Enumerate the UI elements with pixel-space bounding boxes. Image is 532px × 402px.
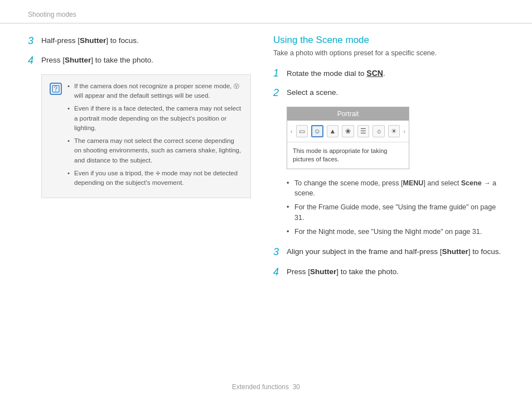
- left-step-3: 3 Half-press [Shutter] to focus.: [28, 35, 251, 47]
- left-step-4: 4 Press [Shutter] to take the photo.: [28, 54, 251, 67]
- left-step-3-num: 3: [28, 35, 38, 47]
- note-list: If the camera does not recognize a prope…: [67, 82, 243, 188]
- right-step-2-text: Select a scene.: [287, 87, 338, 98]
- right-step-2-num: 2: [273, 87, 283, 99]
- note-box: If the camera does not recognize a prope…: [41, 74, 251, 199]
- left-column: 3 Half-press [Shutter] to focus. 4 Press…: [28, 35, 251, 285]
- footer-page: 30: [293, 383, 300, 391]
- shutter-label-2: Shutter: [65, 56, 91, 64]
- scene-icon-2: ☺: [311, 125, 323, 137]
- right-step-3-text: Align your subject in the frame and half…: [287, 246, 501, 257]
- left-step-4-num: 4: [28, 54, 38, 67]
- right-step-3: 3 Align your subject in the frame and ha…: [273, 246, 504, 259]
- note-svg: [52, 85, 60, 93]
- note-item-1: If the camera does not recognize a prope…: [67, 82, 243, 101]
- shutter-label-3: Shutter: [442, 247, 468, 256]
- scene-bullet-list: To change the scene mode, press [MENU] a…: [287, 178, 504, 237]
- left-step-3-text: Half-press [Shutter] to focus.: [41, 35, 139, 46]
- scene-icon-1: ▭: [296, 125, 308, 137]
- footer: Extended functions 30: [0, 383, 532, 391]
- right-step-1-num: 1: [273, 67, 283, 80]
- section-subtitle: Take a photo with options preset for a s…: [273, 49, 504, 57]
- scene-icons-row: ‹ ▭ ☺ ▲ ❀ ☰ ⌽ ☀ ›: [287, 121, 409, 142]
- scene-icon-5: ☰: [357, 125, 370, 137]
- shutter-label-1: Shutter: [80, 36, 106, 45]
- scene-box: Portrait ‹ ▭ ☺ ▲ ❀ ☰ ⌽ ☀ › This mode is …: [287, 107, 409, 169]
- scene-bullet-2: For the Frame Guide mode, see "Using the…: [287, 202, 504, 223]
- section-title: Using the Scene mode: [273, 35, 504, 46]
- scene-description: This mode is appropriate for taking pict…: [287, 142, 409, 169]
- right-step-3-num: 3: [273, 246, 283, 259]
- note-content: If the camera does not recognize a prope…: [67, 82, 243, 192]
- note-icon: [50, 83, 62, 95]
- svg-point-1: [55, 90, 56, 92]
- right-step-4-text: Press [Shutter] to take the photo.: [287, 266, 399, 277]
- scene-icon-4: ❀: [342, 125, 354, 137]
- scene-box-header: Portrait: [287, 107, 409, 121]
- footer-text: Extended functions: [232, 383, 289, 391]
- scene-icon-7: ☀: [388, 125, 400, 137]
- scene-icon-3: ▲: [327, 125, 339, 137]
- note-item-4: Even if you use a tripod, the ✢ mode may…: [67, 169, 243, 188]
- right-step-4: 4 Press [Shutter] to take the photo.: [273, 266, 504, 279]
- scene-icon-6: ⌽: [373, 125, 385, 137]
- scene-bullet-1: To change the scene mode, press [MENU] a…: [287, 178, 504, 199]
- note-item-3: The camera may not select the correct sc…: [67, 136, 243, 165]
- page-container: Shooting modes 3 Half-press [Shutter] to…: [0, 0, 532, 402]
- right-step-4-num: 4: [273, 266, 283, 279]
- columns: 3 Half-press [Shutter] to focus. 4 Press…: [0, 35, 532, 285]
- header-title: Shooting modes: [28, 11, 76, 18]
- right-step-2: 2 Select a scene.: [273, 87, 504, 99]
- left-arrow-icon: ‹: [291, 128, 293, 135]
- scene-bullet-3: For the Night mode, see "Using the Night…: [287, 227, 504, 237]
- left-step-4-text: Press [Shutter] to take the photo.: [41, 54, 153, 66]
- scn-text: SCN: [366, 69, 383, 78]
- right-step-1-text: Rotate the mode dial to SCN.: [287, 67, 385, 79]
- header: Shooting modes: [0, 0, 532, 23]
- right-column: Using the Scene mode Take a photo with o…: [273, 35, 504, 285]
- note-item-2: Even if there is a face detected, the ca…: [67, 104, 243, 133]
- shutter-label-4: Shutter: [310, 267, 336, 276]
- right-arrow-icon: ›: [403, 128, 405, 135]
- right-step-1: 1 Rotate the mode dial to SCN.: [273, 67, 504, 80]
